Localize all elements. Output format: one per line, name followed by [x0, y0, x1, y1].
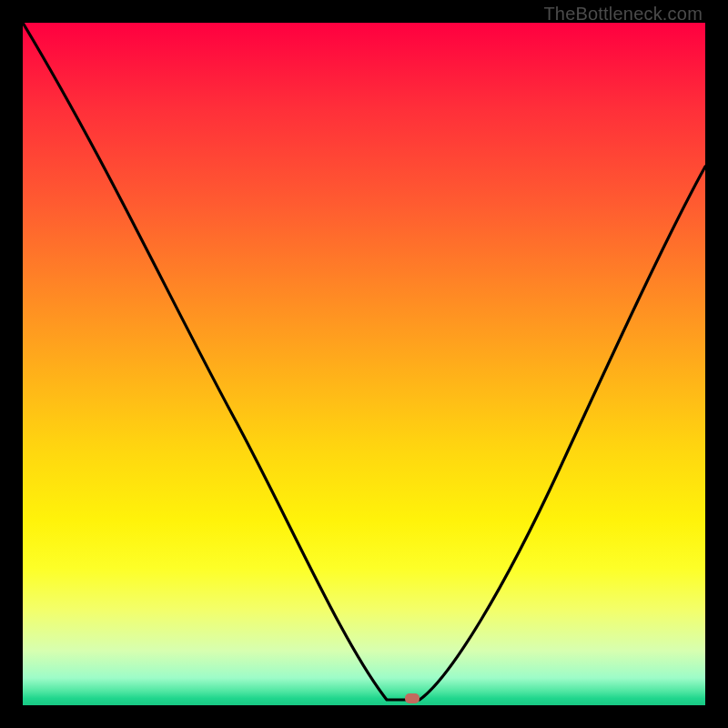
chart-stage: TheBottleneck.com: [0, 0, 728, 728]
bottleneck-curve: [23, 23, 705, 705]
optimal-point-marker: [405, 693, 420, 703]
curve-path: [23, 23, 705, 700]
plot-area: [23, 23, 705, 705]
watermark-text: TheBottleneck.com: [543, 4, 703, 25]
